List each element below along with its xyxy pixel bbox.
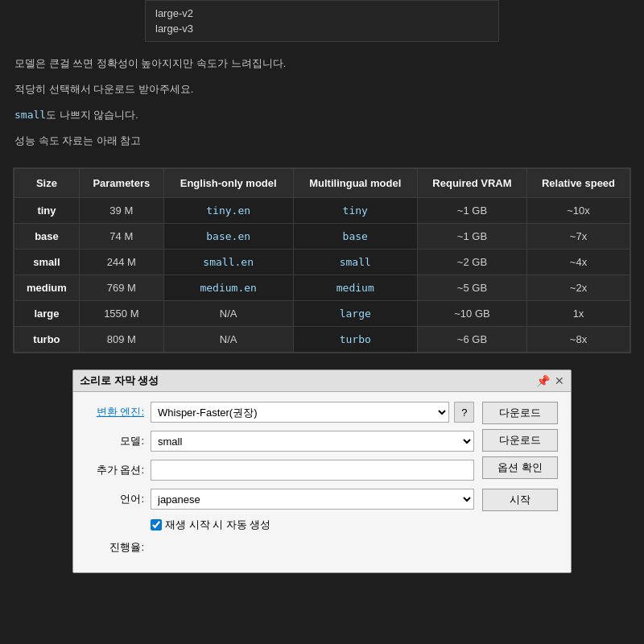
en-model-cell: base.en	[163, 224, 293, 250]
engine-control: Whisper-Faster(권장) ?	[151, 402, 474, 423]
download-engine-button[interactable]: 다운로드	[482, 402, 558, 424]
en-model-cell: N/A	[163, 301, 293, 327]
titlebar-icons: 📌 ✕	[536, 374, 564, 387]
auto-generate-label[interactable]: 재생 시작 시 자동 생성	[151, 518, 270, 532]
col-speed: Relative speed	[527, 169, 630, 198]
col-en-model: English-only model	[163, 169, 293, 198]
vram-cell: ~1 GB	[417, 198, 526, 224]
auto-generate-text: 재생 시작 시 자동 생성	[165, 518, 270, 532]
engine-label-link[interactable]: 변환 엔진:	[97, 406, 144, 418]
col-size: Size	[14, 169, 80, 198]
extra-options-row: 추가 옵션:	[86, 460, 474, 481]
engine-question-button[interactable]: ?	[454, 402, 474, 423]
vram-cell: ~1 GB	[417, 224, 526, 250]
speed-cell: ~2x	[527, 275, 630, 301]
params-cell: 244 M	[79, 250, 163, 275]
multi-model-cell: turbo	[293, 327, 417, 353]
model-dropdown-list: large-v2 large-v3	[145, 0, 499, 42]
desc-line3-code: small	[14, 109, 46, 121]
vram-cell: ~10 GB	[417, 301, 526, 327]
table-row: small 244 M small.en small ~2 GB ~4x	[14, 250, 630, 275]
desc-line1: 모델은 큰걸 쓰면 정확성이 높아지지만 속도가 느려집니다.	[14, 53, 630, 74]
engine-select[interactable]: Whisper-Faster(권장)	[151, 402, 449, 423]
check-options-button[interactable]: 옵션 확인	[482, 456, 558, 479]
size-cell: tiny	[14, 198, 80, 224]
multi-model-cell: tiny	[293, 198, 417, 224]
en-model-cell: small.en	[163, 250, 293, 275]
col-params: Parameters	[79, 169, 163, 198]
speed-cell: 1x	[527, 301, 630, 327]
desc-line2: 적당히 선택해서 다운로드 받아주세요.	[14, 79, 630, 100]
speed-cell: ~7x	[527, 224, 630, 250]
extra-options-label: 추가 옵션:	[86, 463, 151, 477]
en-model-cell: tiny.en	[163, 198, 293, 224]
language-row: 언어: japanese korean english	[86, 489, 474, 510]
download-model-button[interactable]: 다운로드	[482, 429, 558, 452]
pin-icon[interactable]: 📌	[536, 374, 550, 387]
auto-generate-row: 재생 시작 시 자동 생성	[86, 518, 474, 532]
multi-model-cell: base	[293, 224, 417, 250]
size-cell: large	[14, 301, 80, 327]
desc-line4: 성능 속도 자료는 아래 참고	[14, 130, 630, 151]
params-cell: 74 M	[79, 224, 163, 250]
progress-label: 진행율:	[86, 540, 151, 555]
size-cell: turbo	[14, 327, 80, 353]
vram-cell: ~6 GB	[417, 327, 526, 353]
description-area: 모델은 큰걸 쓰면 정확성이 높아지지만 속도가 느려집니다. 적당히 선택해서…	[0, 42, 644, 159]
model-label: 모델:	[86, 434, 151, 448]
close-icon[interactable]: ✕	[555, 374, 564, 387]
en-model-cell: medium.en	[163, 275, 293, 301]
auto-generate-control: 재생 시작 시 자동 생성	[151, 518, 474, 532]
multi-model-cell: large	[293, 301, 417, 327]
start-button[interactable]: 시작	[482, 489, 558, 511]
table-row: turbo 809 M N/A turbo ~6 GB ~8x	[14, 327, 630, 353]
params-cell: 1550 M	[79, 301, 163, 327]
dialog-titlebar: 소리로 자막 생성 📌 ✕	[73, 370, 571, 392]
extra-options-control	[151, 460, 474, 481]
speed-cell: ~4x	[527, 250, 630, 275]
language-control: japanese korean english	[151, 489, 474, 510]
dialog-two-col: 변환 엔진: Whisper-Faster(권장) ? 모델: small	[86, 402, 558, 563]
performance-table: Size Parameters English-only model Multi…	[14, 168, 630, 353]
progress-row: 진행율:	[86, 540, 474, 555]
language-label: 언어:	[86, 492, 151, 506]
engine-label: 변환 엔진:	[86, 405, 151, 419]
engine-row: 변환 엔진: Whisper-Faster(권장) ?	[86, 402, 474, 423]
col-multi-model: Multilingual model	[293, 169, 417, 198]
en-model-cell: N/A	[163, 327, 293, 353]
extra-options-input[interactable]	[151, 460, 474, 481]
table-header-row: Size Parameters English-only model Multi…	[14, 169, 630, 198]
performance-table-container: Size Parameters English-only model Multi…	[13, 167, 631, 353]
subtitle-dialog: 소리로 자막 생성 📌 ✕ 변환 엔진: Whisper-Faster(권장) …	[72, 369, 572, 573]
speed-cell: ~10x	[527, 198, 630, 224]
size-cell: base	[14, 224, 80, 250]
size-cell: small	[14, 250, 80, 275]
model-control: small tiny base medium large turbo	[151, 431, 474, 452]
desc-line3: small도 나쁘지 않습니다.	[14, 105, 630, 126]
dropdown-item-largev3[interactable]: large-v3	[152, 21, 492, 36]
auto-generate-checkbox[interactable]	[151, 519, 162, 530]
vram-cell: ~2 GB	[417, 250, 526, 275]
col-vram: Required VRAM	[417, 169, 526, 198]
table-row: medium 769 M medium.en medium ~5 GB ~2x	[14, 275, 630, 301]
params-cell: 809 M	[79, 327, 163, 353]
table-row: base 74 M base.en base ~1 GB ~7x	[14, 224, 630, 250]
dropdown-item-largev2[interactable]: large-v2	[152, 6, 492, 21]
multi-model-cell: medium	[293, 275, 417, 301]
vram-cell: ~5 GB	[417, 275, 526, 301]
speed-cell: ~8x	[527, 327, 630, 353]
multi-model-cell: small	[293, 250, 417, 275]
params-cell: 769 M	[79, 275, 163, 301]
desc-line3-suffix: 도 나쁘지 않습니다.	[46, 109, 138, 121]
dialog-right-col: 다운로드 다운로드 옵션 확인 시작	[482, 402, 558, 511]
model-select[interactable]: small tiny base medium large turbo	[151, 431, 474, 452]
params-cell: 39 M	[79, 198, 163, 224]
size-cell: medium	[14, 275, 80, 301]
table-row: tiny 39 M tiny.en tiny ~1 GB ~10x	[14, 198, 630, 224]
dialog-left-col: 변환 엔진: Whisper-Faster(권장) ? 모델: small	[86, 402, 474, 563]
language-select[interactable]: japanese korean english	[151, 489, 474, 510]
model-row: 모델: small tiny base medium large turbo	[86, 431, 474, 452]
dialog-title: 소리로 자막 생성	[80, 374, 159, 388]
table-row: large 1550 M N/A large ~10 GB 1x	[14, 301, 630, 327]
dialog-body: 변환 엔진: Whisper-Faster(권장) ? 모델: small	[73, 392, 571, 572]
